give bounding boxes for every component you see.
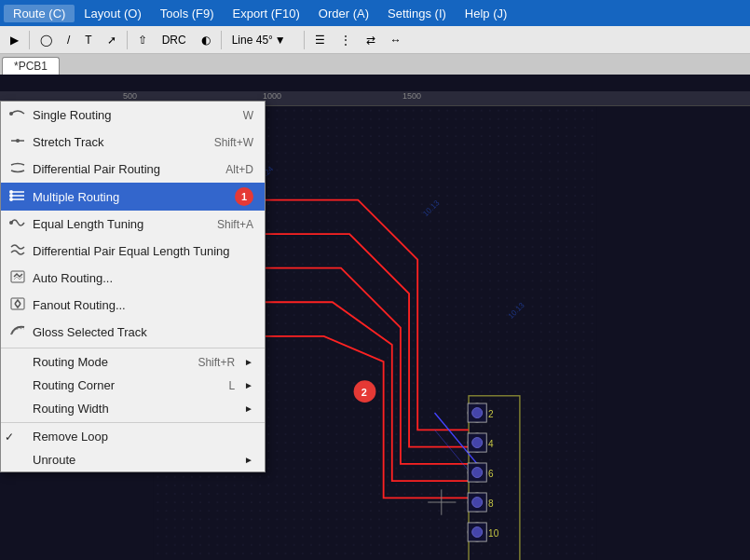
- svg-text:10: 10: [488, 528, 499, 539]
- toolbar-distribute[interactable]: ⋮: [334, 31, 358, 49]
- svg-point-35: [472, 468, 483, 478]
- fanout-icon: [8, 296, 27, 314]
- svg-point-4: [9, 198, 13, 201]
- menubar-export[interactable]: Export (F10): [224, 5, 309, 22]
- toolbar-via[interactable]: ◐: [195, 31, 217, 49]
- svg-text:2: 2: [361, 387, 367, 398]
- unroute-arrow: ►: [244, 455, 253, 465]
- svg-point-1: [16, 139, 20, 143]
- diff-pair-icon: [8, 160, 27, 178]
- menu-item-auto-routing[interactable]: Auto Routing...: [1, 265, 265, 292]
- toolbar-sep-1: [29, 31, 30, 49]
- stretch-track-icon: [8, 133, 27, 151]
- menu-sep-1: [1, 348, 265, 348]
- svg-text:2: 2: [488, 409, 494, 419]
- svg-point-0: [9, 112, 13, 116]
- single-routing-icon: [8, 106, 27, 124]
- menu-item-multiple-routing[interactable]: Multiple Routing 1: [1, 183, 265, 211]
- routing-width-arrow: ►: [244, 403, 253, 414]
- toolbar-cursor[interactable]: ➚: [101, 31, 123, 49]
- toolbar-drc[interactable]: DRC: [156, 31, 193, 49]
- menu-item-diff-pair[interactable]: Differential Pair Routing Alt+D: [1, 156, 265, 183]
- equal-length-icon: [8, 215, 27, 233]
- multiple-routing-badge: 1: [235, 187, 253, 206]
- ruler-tick-1000: 1000: [261, 91, 281, 101]
- toolbar-sep-3: [221, 31, 222, 49]
- svg-text:4: 4: [488, 439, 494, 449]
- route-dropdown-menu: Single Routing W Stretch Track Shift+W D…: [0, 101, 266, 472]
- svg-point-39: [472, 498, 483, 508]
- toolbar-align[interactable]: ☰: [308, 31, 332, 49]
- toolbar-move[interactable]: ⇧: [131, 31, 154, 49]
- toolbar-sep-4: [304, 31, 305, 49]
- main-area: Single Routing W Stretch Track Shift+W D…: [0, 75, 750, 560]
- svg-text:8: 8: [488, 499, 494, 509]
- toolbar-text[interactable]: T: [78, 31, 98, 49]
- toolbar-mirror[interactable]: ↔: [384, 31, 408, 49]
- svg-point-5: [9, 221, 13, 225]
- multiple-routing-icon: [8, 188, 27, 206]
- menubar-layout[interactable]: Layout (O): [75, 5, 150, 22]
- toolbar-flip[interactable]: ⇄: [360, 31, 382, 49]
- svg-point-31: [472, 438, 483, 448]
- auto-routing-icon: [8, 269, 27, 287]
- toolbar-circle[interactable]: ◯: [34, 31, 59, 49]
- menubar-order[interactable]: Order (A): [309, 5, 378, 22]
- toolbar: ▶ ◯ / T ➚ ⇧ DRC ◐ Line 45° ▼ ☰ ⋮ ⇄ ↔: [0, 26, 750, 54]
- routing-mode-arrow: ►: [244, 357, 253, 367]
- menubar-help[interactable]: Help (J): [456, 5, 517, 22]
- svg-point-3: [9, 194, 13, 198]
- svg-text:6: 6: [488, 469, 494, 479]
- menu-sep-2: [1, 422, 265, 423]
- menubar-tools[interactable]: Tools (F9): [151, 5, 224, 22]
- toolbar-line[interactable]: /: [61, 31, 76, 49]
- ruler-tick-500: 500: [121, 91, 137, 101]
- menu-item-unroute[interactable]: Unroute ►: [1, 448, 265, 471]
- menubar: Route (C) Layout (O) Tools (F9) Export (…: [0, 0, 750, 26]
- gloss-icon: [8, 323, 27, 341]
- menu-item-single-routing[interactable]: Single Routing W: [1, 102, 265, 129]
- tab-pcb1[interactable]: *PCB1: [2, 57, 60, 75]
- ruler-tick-1500: 1500: [401, 91, 421, 101]
- toolbar-sep-2: [127, 31, 128, 49]
- tab-bar: *PCB1: [0, 54, 750, 75]
- menu-item-equal-length[interactable]: Equal Length Tuning Shift+A: [1, 211, 265, 238]
- toolbar-line-mode[interactable]: Line 45° ▼: [225, 31, 300, 49]
- menu-item-routing-width[interactable]: Routing Width ►: [1, 397, 265, 420]
- menu-item-remove-loop[interactable]: Remove Loop: [1, 425, 265, 448]
- menubar-settings[interactable]: Settings (I): [378, 5, 456, 22]
- menubar-route[interactable]: Route (C): [4, 5, 75, 22]
- menu-item-gloss[interactable]: Gloss Selected Track: [1, 319, 265, 346]
- diff-equal-icon: [8, 242, 27, 260]
- routing-corner-arrow: ►: [244, 380, 253, 390]
- svg-point-43: [472, 527, 483, 538]
- menu-item-stretch-track[interactable]: Stretch Track Shift+W: [1, 129, 265, 156]
- menu-item-fanout[interactable]: Fanout Routing...: [1, 292, 265, 319]
- svg-point-2: [9, 190, 13, 194]
- menu-item-diff-equal[interactable]: Differential Pair Equal Length Tuning: [1, 238, 265, 265]
- menu-item-routing-corner[interactable]: Routing Corner L ►: [1, 374, 265, 397]
- svg-point-27: [472, 408, 483, 418]
- toolbar-select[interactable]: ▶: [4, 31, 25, 49]
- menu-item-routing-mode[interactable]: Routing Mode Shift+R ►: [1, 350, 265, 374]
